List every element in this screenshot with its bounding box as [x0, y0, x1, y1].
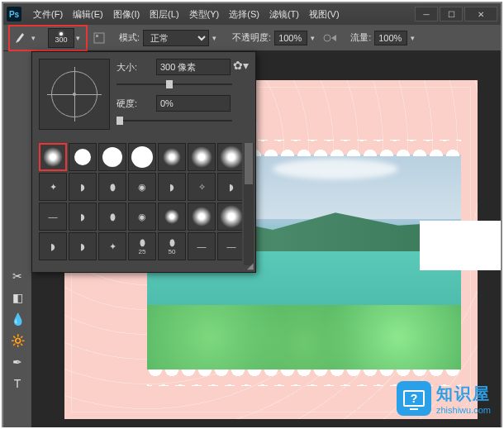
opacity-label: 不透明度:: [232, 31, 271, 44]
gear-icon[interactable]: ✿▾: [233, 59, 249, 72]
menu-layer[interactable]: 图层(L): [145, 8, 183, 21]
watermark-url: zhishiwu.com: [436, 405, 491, 415]
app-logo: Ps: [7, 7, 21, 21]
brush-angle-preview[interactable]: [39, 59, 110, 130]
flow-label: 流量:: [350, 31, 371, 44]
brush-preset[interactable]: [128, 143, 156, 171]
eraser-tool[interactable]: ◧: [7, 288, 28, 307]
title-bar: Ps 文件(F) 编辑(E) 图像(I) 图层(L) 类型(Y) 选择(S) 滤…: [3, 3, 501, 25]
opacity-dropdown-icon[interactable]: ▾: [311, 34, 319, 42]
blend-mode-label: 模式:: [119, 31, 140, 44]
brush-preset[interactable]: ⬮50: [158, 232, 186, 260]
brush-preset[interactable]: [217, 143, 242, 171]
brush-preset-popup: ✿▾ 大小: 硬度:: [31, 51, 256, 273]
menu-edit[interactable]: 编辑(E): [68, 8, 108, 21]
tablet-pressure-opacity-icon[interactable]: [322, 30, 339, 46]
brush-preset[interactable]: ✦: [98, 232, 126, 260]
flow-dropdown-icon[interactable]: ▾: [411, 34, 419, 42]
blend-mode-select[interactable]: 正常: [143, 30, 209, 46]
menu-select[interactable]: 选择(S): [224, 8, 264, 21]
window-controls: ─ ☐ ✕: [415, 7, 497, 21]
close-button[interactable]: ✕: [464, 7, 497, 21]
highlighted-brush-controls: ▾ 300 ▾: [8, 25, 88, 51]
brush-panel-toggle-icon[interactable]: [91, 30, 107, 46]
brush-preset-dropdown-icon[interactable]: ▾: [76, 34, 84, 42]
brush-preset[interactable]: —: [217, 232, 242, 260]
menu-type[interactable]: 类型(Y): [184, 8, 225, 21]
mode-dropdown-icon[interactable]: ▾: [212, 34, 221, 42]
hardness-input[interactable]: [156, 95, 231, 112]
brush-preset[interactable]: ✧: [188, 173, 216, 201]
brush-preset[interactable]: ◉: [128, 203, 156, 231]
watermark-icon: ?: [397, 381, 431, 416]
flow-input[interactable]: [374, 31, 407, 45]
brush-preset-grid: ✦ ◗ ⬮ ◉ ◗ ✧ ◗ — ◗ ⬮ ◉ ◗ ◗ ✦: [39, 143, 242, 265]
size-slider[interactable]: [116, 79, 232, 90]
brush-preset[interactable]: ◗: [69, 232, 97, 260]
tools-panel: ✂ ◧ 💧 🔆 ✒ T: [3, 51, 31, 427]
svg-point-2: [324, 35, 330, 41]
resize-grip-icon[interactable]: ◢: [247, 261, 254, 270]
brush-preset[interactable]: —: [188, 232, 216, 260]
brush-tool-icon[interactable]: [12, 29, 30, 47]
brush-preset[interactable]: [188, 143, 216, 171]
app-window: Ps 文件(F) 编辑(E) 图像(I) 图层(L) 类型(Y) 选择(S) 滤…: [2, 2, 502, 427]
tool-dropdown-icon[interactable]: ▾: [31, 34, 40, 42]
brush-size-label: 50: [169, 248, 176, 255]
brush-preset[interactable]: [69, 143, 97, 171]
brush-preset[interactable]: ⬮25: [128, 232, 156, 260]
brush-preset[interactable]: [158, 203, 186, 231]
watermark-title: 知识屋: [436, 383, 491, 405]
brush-preset[interactable]: [217, 203, 242, 231]
brush-preset[interactable]: ✦: [39, 173, 67, 201]
brush-preset[interactable]: ◗: [69, 173, 97, 201]
crop-tool[interactable]: ✂: [7, 266, 28, 286]
blur-tool[interactable]: 💧: [7, 309, 28, 329]
size-label: 大小:: [116, 61, 150, 74]
svg-rect-0: [94, 33, 104, 43]
preset-scrollbar[interactable]: [244, 143, 254, 265]
brush-preset[interactable]: ⬮: [98, 173, 126, 201]
brush-preset[interactable]: [98, 143, 126, 171]
menu-filter[interactable]: 滤镜(T): [264, 8, 304, 21]
menu-file[interactable]: 文件(F): [28, 8, 68, 21]
brush-preset[interactable]: [158, 143, 186, 171]
maximize-button[interactable]: ☐: [440, 7, 463, 21]
menu-view[interactable]: 视图(V): [304, 8, 345, 21]
opacity-input[interactable]: [274, 31, 307, 45]
minimize-button[interactable]: ─: [415, 7, 438, 21]
brush-preset-picker[interactable]: 300: [48, 28, 74, 48]
brush-preset[interactable]: [188, 203, 216, 231]
type-tool[interactable]: T: [7, 374, 28, 393]
lace-strip-right: [420, 229, 501, 262]
brush-preset[interactable]: —: [39, 203, 67, 231]
main-area: ✂ ◧ 💧 🔆 ✒ T: [3, 51, 501, 427]
hardness-label: 硬度:: [116, 98, 150, 110]
brush-preset[interactable]: ◗: [39, 232, 67, 260]
brush-preset[interactable]: ⬮: [98, 203, 126, 231]
brush-preset[interactable]: ◉: [128, 173, 156, 201]
scrollbar-thumb[interactable]: [245, 143, 253, 184]
watermark: ? 知识屋 zhishiwu.com: [397, 381, 491, 416]
dodge-tool[interactable]: 🔆: [7, 331, 28, 350]
hardness-slider[interactable]: [116, 115, 232, 126]
svg-rect-1: [96, 35, 98, 37]
brush-size-readout: 300: [55, 36, 67, 44]
brush-size-label: 25: [139, 248, 146, 255]
brush-preset-soft-selected[interactable]: [39, 143, 67, 171]
brush-preset[interactable]: ◗: [69, 203, 97, 231]
menu-image[interactable]: 图像(I): [108, 8, 145, 21]
size-input[interactable]: [156, 59, 231, 75]
brush-preset[interactable]: ◗: [217, 173, 242, 201]
brush-preset[interactable]: ◗: [158, 173, 186, 201]
options-bar: ▾ 300 ▾ 模式: 正常 ▾ 不透明度: ▾ 流量: ▾: [3, 25, 501, 51]
pen-tool[interactable]: ✒: [7, 352, 28, 372]
